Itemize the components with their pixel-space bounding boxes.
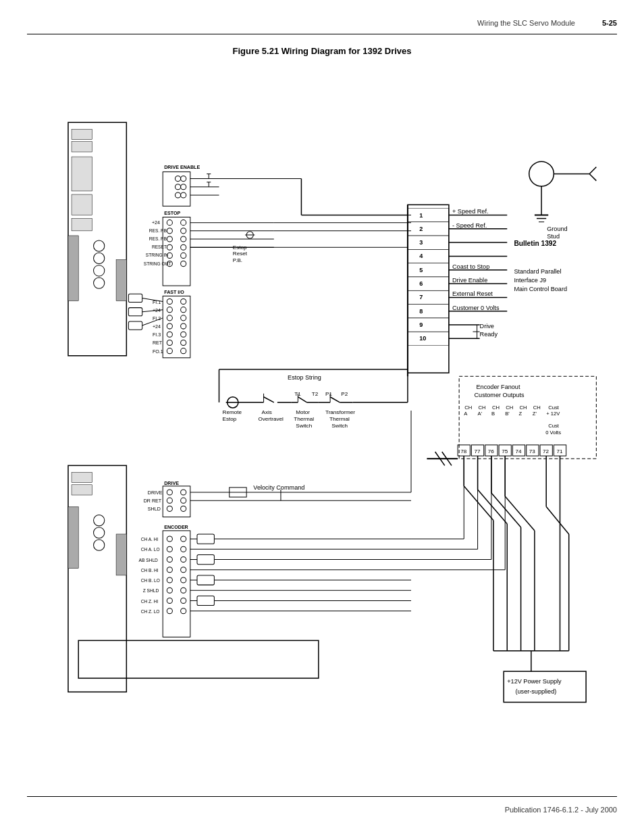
svg-text:77: 77	[474, 448, 481, 454]
svg-point-270	[181, 556, 186, 562]
svg-text:+24: +24	[152, 220, 160, 226]
svg-text:RET: RET	[153, 340, 163, 346]
diagram-container: DRIVE ENABLE ESTOP +24 RES. PB RES. PB R…	[27, 68, 624, 787]
svg-text:CH: CH	[464, 405, 472, 411]
svg-text:10: 10	[419, 335, 426, 342]
encoder-section-label: ENCODER	[164, 525, 188, 530]
svg-rect-80	[128, 308, 142, 316]
svg-point-266	[181, 536, 186, 542]
svg-point-10	[94, 278, 105, 288]
svg-point-35	[181, 220, 186, 226]
svg-rect-85	[408, 205, 449, 373]
svg-point-279	[167, 608, 172, 614]
svg-point-271	[167, 567, 172, 573]
svg-text:Overtravel: Overtravel	[258, 416, 284, 422]
svg-text:7: 7	[419, 294, 423, 301]
svg-text:72: 72	[543, 448, 549, 454]
svg-point-129	[529, 161, 554, 186]
svg-text:FO.1: FO.1	[153, 349, 163, 355]
svg-rect-81	[128, 321, 142, 330]
svg-text:Interface J9: Interface J9	[514, 277, 546, 284]
svg-point-268	[181, 546, 186, 552]
svg-point-71	[167, 323, 172, 329]
svg-point-247	[167, 498, 172, 503]
header: Wiring the SLC Servo Module 5-25	[477, 19, 617, 27]
svg-rect-108	[408, 290, 449, 304]
svg-point-14	[175, 176, 180, 182]
svg-text:A: A	[464, 411, 468, 417]
svg-text:0 Volts: 0 Volts	[545, 429, 561, 436]
svg-text:FI.3: FI.3	[153, 332, 161, 338]
svg-text:DR RET: DR RET	[144, 498, 162, 504]
svg-text:+ Speed Ref.: + Speed Ref.	[452, 208, 489, 215]
svg-rect-97	[408, 249, 449, 263]
svg-text:Switch: Switch	[331, 423, 348, 429]
svg-point-41	[181, 244, 186, 250]
svg-text:- Speed Ref.: - Speed Ref.	[452, 222, 487, 229]
svg-point-280	[181, 608, 186, 614]
svg-point-9	[94, 265, 105, 276]
svg-point-74	[181, 332, 186, 337]
svg-point-65	[167, 298, 172, 304]
svg-point-39	[181, 236, 186, 242]
svg-text:Z': Z'	[533, 411, 537, 417]
svg-text:75: 75	[502, 448, 508, 454]
svg-text:Standard Parallel: Standard Parallel	[514, 268, 561, 275]
svg-text:RESET: RESET	[152, 244, 167, 249]
svg-text:6: 6	[419, 280, 423, 287]
drive-section-label: DRIVE	[164, 481, 179, 486]
svg-point-69	[167, 315, 172, 321]
svg-text:Coast to Stop: Coast to Stop	[452, 263, 489, 270]
svg-text:CH: CH	[520, 405, 527, 411]
svg-line-164	[330, 397, 340, 402]
svg-text:73: 73	[529, 448, 536, 454]
svg-text:Reset: Reset	[233, 251, 248, 257]
bulletin-label: Bulletin 1392	[514, 240, 556, 247]
svg-text:External Reset: External Reset	[452, 290, 493, 297]
header-page: 5-25	[602, 19, 617, 27]
svg-text:Z SHLD: Z SHLD	[143, 588, 159, 593]
svg-text:Customer Outputs: Customer Outputs	[474, 392, 524, 398]
header-title: Wiring the SLC Servo Module	[477, 19, 575, 27]
estop-label: ESTOP	[164, 211, 180, 216]
svg-text:Encoder Fanout: Encoder Fanout	[477, 384, 520, 390]
svg-rect-281	[197, 534, 214, 544]
svg-text:Customer 0 Volts: Customer 0 Volts	[452, 305, 500, 311]
svg-rect-233	[68, 465, 126, 692]
svg-text:Drive: Drive	[480, 323, 494, 330]
svg-text:2: 2	[419, 226, 423, 232]
svg-text:CH: CH	[479, 405, 486, 411]
svg-text:1: 1	[419, 212, 423, 219]
svg-point-267	[167, 546, 172, 552]
svg-point-78	[181, 348, 186, 354]
svg-point-18	[175, 192, 180, 198]
drive-enable-label: DRIVE ENABLE	[164, 165, 200, 170]
svg-rect-104	[408, 277, 449, 290]
svg-rect-2	[72, 129, 92, 139]
svg-text:B': B'	[505, 411, 510, 417]
svg-rect-100	[408, 263, 449, 277]
svg-point-72	[181, 323, 186, 329]
svg-text:Ready: Ready	[480, 331, 498, 338]
svg-point-273	[167, 577, 172, 583]
svg-text:5: 5	[419, 267, 423, 273]
svg-rect-235	[72, 485, 92, 495]
svg-text:P1: P1	[325, 391, 332, 397]
svg-rect-283	[197, 575, 214, 585]
svg-point-15	[181, 176, 186, 182]
svg-point-76	[181, 340, 186, 345]
svg-rect-79	[128, 294, 142, 302]
svg-text:Ground: Ground	[547, 226, 567, 232]
svg-line-155	[298, 397, 306, 402]
svg-text:76: 76	[488, 448, 495, 454]
svg-rect-86	[408, 208, 449, 221]
svg-line-136	[589, 174, 596, 180]
svg-text:RES. PB: RES. PB	[149, 228, 167, 233]
svg-text:Axis: Axis	[262, 409, 272, 415]
svg-text:Thermal: Thermal	[329, 416, 350, 422]
svg-text:+24: +24	[153, 324, 161, 330]
svg-rect-5	[72, 194, 92, 215]
estop-string-label: Estop String	[288, 374, 321, 381]
fast-io-label: FAST I/O	[164, 290, 184, 295]
svg-rect-282	[197, 554, 214, 564]
